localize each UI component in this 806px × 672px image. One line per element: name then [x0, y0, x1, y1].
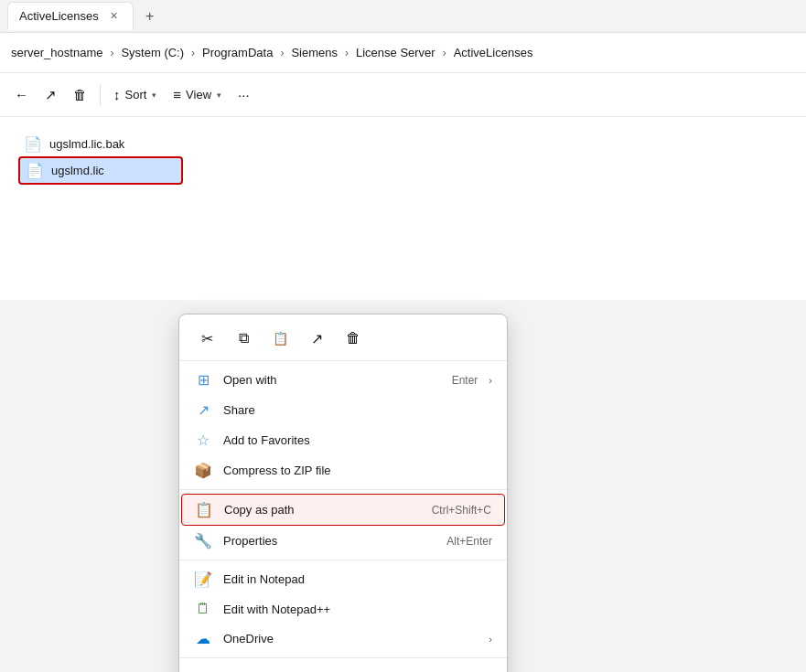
file-list: 📄 ugslmd.lic.bak 📄 ugslmd.lic ✂ ⧉ 📋 ↗ 🗑 …	[0, 117, 806, 300]
sort-button[interactable]: ↕ Sort ▾	[106, 80, 164, 111]
ctx-open-with-shortcut: Enter	[452, 374, 478, 387]
ctx-zip-icon: 📦	[194, 462, 212, 479]
ctx-open-with-arrow-icon: ›	[489, 375, 492, 386]
ctx-onedrive-label: OneDrive	[223, 632, 478, 645]
ctx-properties-shortcut: Alt+Enter	[446, 535, 492, 548]
sort-chevron-icon: ▾	[152, 91, 156, 100]
breadcrumb-server[interactable]: server_hostname	[7, 44, 106, 61]
ctx-favorites-icon: ☆	[194, 432, 212, 449]
ctx-notepadpp-icon: 🗒	[194, 601, 212, 617]
ctx-separator-1	[179, 489, 507, 490]
breadcrumb-sep-3: ›	[280, 47, 284, 59]
breadcrumb-siemens[interactable]: Siemens	[287, 44, 341, 61]
back-icon: ←	[15, 87, 28, 102]
file-item-lic[interactable]: 📄 ugslmd.lic	[18, 156, 183, 185]
tab-label: ActiveLicenses	[19, 9, 99, 23]
ctx-favorites-label: Add to Favorites	[223, 433, 492, 447]
view-icon: ≡	[173, 87, 181, 102]
ctx-properties[interactable]: 🔧 Properties Alt+Enter	[179, 526, 507, 556]
ctx-show-more-icon: ↗	[194, 668, 212, 672]
ctx-edit-notepadpp[interactable]: 🗒 Edit with Notepad++	[179, 594, 507, 624]
ctx-delete-icon-button[interactable]: 🗑	[337, 324, 370, 353]
ctx-copy-path[interactable]: 📋 Copy as path Ctrl+Shift+C	[181, 494, 505, 526]
ctx-zip-label: Compress to ZIP file	[223, 464, 492, 477]
sort-icon: ↕	[113, 87, 121, 102]
ctx-open-with-icon: ⊞	[194, 371, 212, 389]
breadcrumb-sep-2: ›	[191, 47, 195, 59]
ctx-open-with-label: Open with	[223, 373, 441, 387]
back-button[interactable]: ←	[7, 80, 36, 111]
share-button[interactable]: ↗	[38, 80, 64, 111]
ctx-share-icon: ↗	[194, 401, 212, 419]
ctx-show-more[interactable]: ↗ Show more options	[179, 662, 507, 672]
breadcrumb-sep-5: ›	[443, 47, 446, 59]
toolbar: ← ↗ 🗑 ↕ Sort ▾ ≡ View ▾ ···	[0, 73, 806, 117]
active-tab[interactable]: ActiveLicenses ✕	[7, 2, 134, 30]
ctx-properties-label: Properties	[223, 534, 435, 548]
delete-icon: 🗑	[73, 87, 87, 102]
ctx-separator-2	[179, 560, 507, 560]
breadcrumb-system[interactable]: System (C:)	[117, 44, 188, 61]
toolbar-separator-1	[100, 84, 101, 106]
file-icon-lic: 📄	[26, 162, 44, 179]
more-icon: ···	[238, 87, 250, 102]
ctx-share-label: Share	[223, 403, 492, 417]
ctx-onedrive-arrow-icon: ›	[489, 634, 492, 645]
ctx-edit-notepad[interactable]: 📝 Edit in Notepad	[179, 564, 507, 594]
context-menu: ✂ ⧉ 📋 ↗ 🗑 ⊞ Open with Enter › ↗ Share ☆ …	[178, 314, 508, 672]
ctx-copy-path-shortcut: Ctrl+Shift+C	[432, 504, 491, 517]
file-name-lic: ugslmd.lic	[51, 164, 104, 177]
tab-close-button[interactable]: ✕	[106, 8, 122, 24]
sort-label: Sort	[125, 88, 147, 101]
breadcrumb-activelicenses[interactable]: ActiveLicenses	[450, 44, 537, 61]
delete-button[interactable]: 🗑	[66, 80, 94, 111]
ctx-copy-path-icon: 📋	[195, 501, 213, 518]
ctx-separator-3	[179, 657, 507, 658]
file-item-bak[interactable]: 📄 ugslmd.lic.bak	[18, 132, 183, 156]
more-options-button[interactable]: ···	[231, 80, 257, 111]
breadcrumb-sep-1: ›	[110, 47, 113, 59]
ctx-share-icon-button[interactable]: ↗	[300, 324, 333, 353]
share-icon: ↗	[45, 87, 57, 103]
ctx-compress-zip[interactable]: 📦 Compress to ZIP file	[179, 455, 507, 485]
ctx-copy-button[interactable]: ⧉	[227, 324, 260, 353]
breadcrumb-licenseserver[interactable]: License Server	[352, 44, 439, 61]
breadcrumb-sep-4: ›	[345, 47, 349, 59]
ctx-paste-button[interactable]: 📋	[263, 324, 296, 353]
ctx-notepadpp-label: Edit with Notepad++	[223, 603, 492, 616]
ctx-copy-path-label: Copy as path	[224, 503, 421, 517]
ctx-cut-button[interactable]: ✂	[190, 324, 223, 353]
view-button[interactable]: ≡ View ▾	[166, 80, 229, 111]
file-icon-bak: 📄	[24, 135, 42, 153]
view-label: View	[186, 88, 211, 101]
ctx-onedrive-icon: ☁	[194, 630, 212, 647]
ctx-properties-icon: 🔧	[194, 532, 212, 549]
file-name-bak: ugslmd.lic.bak	[49, 137, 124, 151]
title-bar: ActiveLicenses ✕ +	[0, 0, 806, 33]
ctx-open-with[interactable]: ⊞ Open with Enter ›	[179, 365, 507, 395]
ctx-notepad-icon: 📝	[194, 571, 212, 588]
ctx-add-favorites[interactable]: ☆ Add to Favorites	[179, 425, 507, 455]
ctx-notepad-label: Edit in Notepad	[223, 572, 492, 586]
breadcrumb: server_hostname › System (C:) › ProgramD…	[7, 44, 799, 61]
ctx-share[interactable]: ↗ Share	[179, 395, 507, 425]
context-menu-icon-row: ✂ ⧉ 📋 ↗ 🗑	[179, 320, 507, 361]
address-bar: server_hostname › System (C:) › ProgramD…	[0, 33, 806, 73]
breadcrumb-programdata[interactable]: ProgramData	[199, 44, 276, 61]
new-tab-button[interactable]: +	[137, 4, 163, 29]
view-chevron-icon: ▾	[217, 91, 221, 100]
ctx-onedrive[interactable]: ☁ OneDrive ›	[179, 624, 507, 654]
